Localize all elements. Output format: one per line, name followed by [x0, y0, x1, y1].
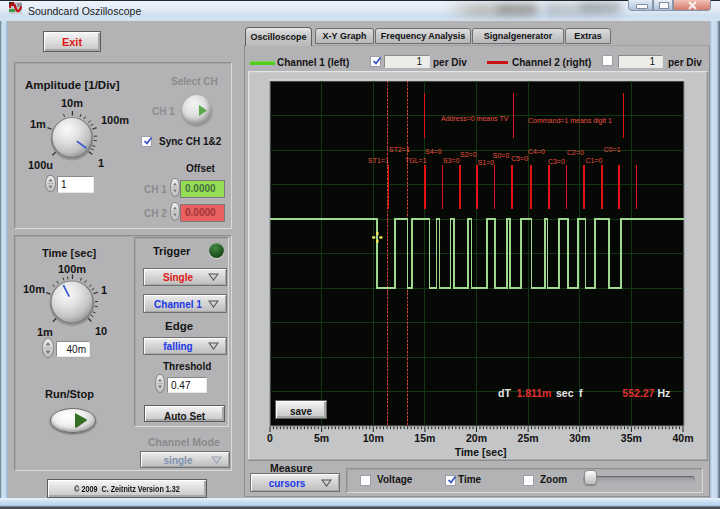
- svg-text:dT: dT: [498, 387, 511, 399]
- svg-text:C0=1: C0=1: [604, 146, 621, 153]
- svg-text:S3=0: S3=0: [443, 157, 460, 164]
- svg-text:C2=0: C2=0: [567, 149, 584, 156]
- svg-text:Address=0 means TV: Address=0 means TV: [441, 115, 509, 122]
- svg-text:25m: 25m: [518, 432, 539, 444]
- svg-text:Time [sec]: Time [sec]: [455, 446, 507, 458]
- svg-text:Command=1 means digit 1: Command=1 means digit 1: [528, 117, 612, 125]
- svg-text:S4=0: S4=0: [425, 148, 442, 155]
- svg-text:Hz: Hz: [658, 387, 671, 399]
- svg-text:TGL=1: TGL=1: [405, 157, 427, 164]
- svg-text:C4=0: C4=0: [528, 148, 545, 155]
- svg-text:1.811m: 1.811m: [516, 387, 551, 399]
- svg-text:C1=0: C1=0: [585, 157, 602, 164]
- svg-text:10m: 10m: [363, 432, 384, 444]
- svg-text:35m: 35m: [621, 432, 642, 444]
- svg-text:S0=0: S0=0: [493, 152, 510, 159]
- svg-text:5m: 5m: [314, 432, 329, 444]
- svg-text:40m: 40m: [672, 432, 693, 444]
- svg-text:552.27: 552.27: [622, 387, 654, 399]
- svg-text:S2=0: S2=0: [460, 151, 477, 158]
- svg-text:S1=0: S1=0: [478, 159, 495, 166]
- svg-text:ST1=1: ST1=1: [368, 157, 389, 164]
- svg-text:15m: 15m: [414, 432, 435, 444]
- svg-text:f: f: [579, 387, 583, 399]
- svg-text:C5=0: C5=0: [511, 155, 528, 162]
- svg-text:sec: sec: [556, 387, 574, 399]
- svg-text:30m: 30m: [569, 432, 590, 444]
- svg-text:0: 0: [267, 432, 273, 444]
- svg-text:C3=0: C3=0: [548, 158, 565, 165]
- svg-text:ST2=1: ST2=1: [389, 146, 410, 153]
- svg-text:20m: 20m: [466, 432, 487, 444]
